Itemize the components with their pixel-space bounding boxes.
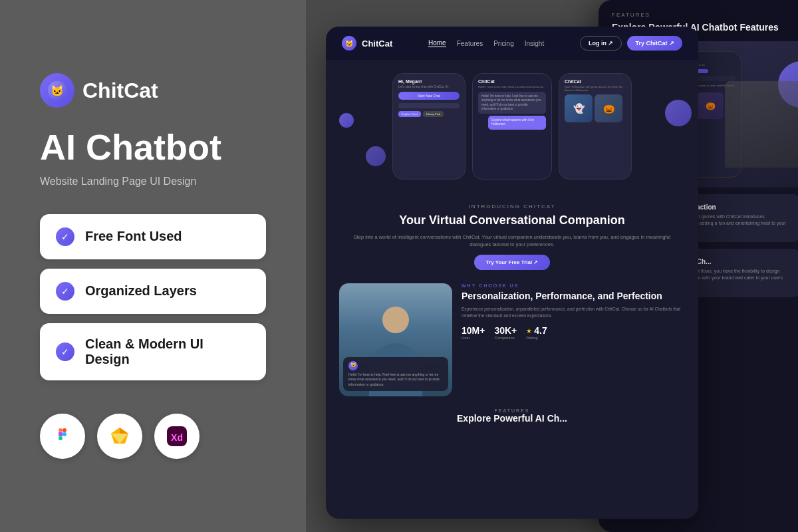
mockup-brand-name: ChitCat [362, 39, 392, 49]
main-mockup: 🐱 ChitCat Home Features Pricing Insight … [326, 27, 698, 519]
brand-row: 🐱 ChitCat [40, 73, 266, 108]
phone1-greeting: Hi, Megan! [398, 79, 460, 84]
svg-point-5 [63, 432, 66, 436]
right-panel: FEATURES Explore Powerful AI Chatbot Fea… [306, 0, 798, 532]
feature-badge-design: ✓ Clean & Modern UI Design [40, 323, 266, 380]
features-tag: FEATURES [346, 408, 678, 413]
phone-1: Hi, Megan! Let's start a new chat with C… [392, 73, 466, 180]
feature-badge-font: ✓ Free Font Used [40, 214, 266, 259]
star-icon: ★ [526, 327, 532, 334]
phone1-search [398, 103, 460, 108]
tool-icons: Xd [40, 414, 266, 459]
badge-label-font: Free Font Used [85, 229, 182, 244]
login-button[interactable]: Log in ↗ [580, 36, 622, 51]
svg-text:🐱: 🐱 [51, 84, 64, 97]
mockup-nav: 🐱 ChitCat Home Features Pricing Insight … [326, 27, 698, 60]
mockup-features-hint: FEATURES Explore Powerful AI Ch... [326, 403, 698, 429]
badge-label-layers: Organized Layers [85, 283, 197, 299]
try-free-trial-button[interactable]: Try Your Free Trial ↗ [474, 255, 551, 270]
chat-overlay: 🐱 Hello! I'm here to help. Feel free to … [343, 357, 448, 392]
mockup-nav-links: Home Features Pricing Insight [428, 39, 544, 47]
stat-companies-number: 30K+ [494, 325, 517, 336]
stats-row: 10M+ User 30K+ Companies ★ 4.7 Rating [462, 325, 685, 340]
stat-rating-label: Rating [526, 336, 547, 340]
why-desc: Experience personalization, unparalleled… [462, 306, 685, 319]
mockup-brand: 🐱 ChitCat [342, 36, 392, 51]
check-icon-font: ✓ [56, 227, 74, 246]
svg-rect-2 [59, 428, 63, 432]
feature-badges: ✓ Free Font Used ✓ Organized Layers ✓ Cl… [40, 214, 266, 380]
back-features-tag: FEATURES [612, 12, 798, 18]
features-title: Explore Powerful AI Ch... [346, 413, 678, 424]
person-photo: 🐱 Hello! I'm here to help. Feel free to … [339, 283, 452, 396]
chat-overlay-logo: 🐱 [348, 361, 358, 370]
intro-desc: Step into a world of intelligent convers… [346, 233, 678, 249]
stat-companies: 30K+ Companies [494, 325, 517, 340]
why-title: Personalization, Performance, and Perfec… [462, 291, 685, 302]
check-icon-design: ✓ [56, 342, 74, 361]
mockup-brand-logo: 🐱 [342, 36, 356, 51]
stat-companies-label: Companies [494, 336, 517, 340]
brand-name: ChitCat [82, 78, 158, 103]
stat-users-label: User [462, 336, 485, 340]
star-rating: ★ 4.7 [526, 325, 547, 336]
svg-rect-3 [63, 428, 66, 432]
mockup-intro: INTRODUCING CHITCAT Your Virtual Convers… [326, 193, 698, 277]
left-panel: 🐱 ChitCat AI Chatbot Website Landing Pag… [0, 0, 306, 532]
intro-tag: INTRODUCING CHITCAT [346, 203, 678, 209]
chat-overlay-text: Hello! I'm here to help. Feel free to as… [348, 372, 443, 388]
phone1-tag-history: History Find [423, 111, 444, 117]
sketch-icon [97, 414, 142, 459]
nav-link-pricing[interactable]: Pricing [493, 40, 514, 47]
phone-3: ChitCat Sure! I'll Illustrate with great… [559, 73, 632, 180]
phone-2: ChitCat Hello! I need some help. Show me… [472, 73, 552, 180]
stat-rating: ★ 4.7 Rating [526, 325, 547, 340]
badge-label-design: Clean & Modern UI Design [85, 336, 250, 367]
intro-title: Your Virtual Conversational Companion [346, 213, 678, 228]
svg-rect-6 [59, 436, 63, 440]
person-head [382, 307, 409, 333]
figma-icon [40, 414, 85, 459]
stat-users: 10M+ User [462, 325, 485, 340]
why-tag: WHY CHOOSE US [462, 283, 685, 288]
phone3-title: ChitCat [565, 79, 626, 84]
mockup-nav-buttons: Log in ↗ Try ChitCat ↗ [580, 36, 682, 51]
phone1-btn[interactable]: Start New Chat [398, 92, 460, 100]
nav-link-home[interactable]: Home [428, 39, 446, 47]
rating-number: 4.7 [534, 325, 547, 336]
xd-icon: Xd [154, 414, 200, 459]
mockup-stats: WHY CHOOSE US Personalization, Performan… [462, 283, 685, 396]
subtitle: Website Landing Page UI Design [40, 176, 266, 188]
stat-users-number: 10M+ [462, 325, 485, 336]
phone1-sub: Let's start a new chat with ChitCat, AI. [398, 85, 460, 88]
phone1-tag-explore: Explore Feed [398, 111, 421, 117]
try-button[interactable]: Try ChitCat ↗ [627, 36, 682, 51]
nav-link-insight[interactable]: Insight [525, 40, 544, 47]
svg-text:Xd: Xd [171, 432, 183, 443]
nav-link-features[interactable]: Features [457, 40, 483, 47]
svg-rect-4 [59, 432, 63, 436]
brand-logo: 🐱 [40, 73, 74, 108]
phone2-title: ChitCat [478, 79, 546, 84]
mockup-hero: Hi, Megan! Let's start a new chat with C… [326, 60, 698, 193]
feature-badge-layers: ✓ Organized Layers [40, 269, 266, 314]
mockup-bottom: 🐱 Hello! I'm here to help. Feel free to … [326, 277, 698, 403]
check-icon-layers: ✓ [56, 282, 74, 301]
main-title: AI Chatbot [40, 128, 266, 167]
